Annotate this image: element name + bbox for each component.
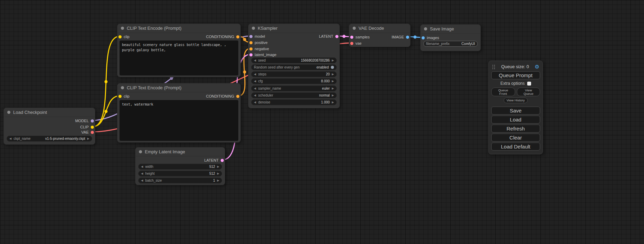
decrement-arrow-icon[interactable]: ◀ <box>141 172 143 175</box>
queue-front-button[interactable]: Queue Front <box>491 88 515 96</box>
refresh-button[interactable]: Refresh <box>491 125 540 133</box>
toggle-knob-icon[interactable] <box>331 66 334 69</box>
conditioning-output-dot[interactable] <box>236 95 239 98</box>
clip-input-dot[interactable] <box>118 95 122 98</box>
clip-output-dot[interactable] <box>91 126 94 129</box>
decrement-arrow-icon[interactable]: ◀ <box>9 137 11 140</box>
load-default-button[interactable]: Load Default <box>491 143 540 151</box>
collapse-dot-icon[interactable] <box>121 86 124 89</box>
decrement-arrow-icon[interactable]: ◀ <box>254 59 256 62</box>
conditioning-output-dot[interactable] <box>236 35 239 38</box>
positive-prompt-textarea[interactable]: beautiful scenery nature glass bottle la… <box>120 40 238 75</box>
sampler-name-widget[interactable]: ◀ sampler_name euler ▶ <box>251 85 337 91</box>
scheduler-widget[interactable]: ◀ scheduler normal ▶ <box>251 92 337 98</box>
vae-input-dot[interactable] <box>350 42 353 45</box>
input-slot-clip[interactable]: clip <box>118 93 130 99</box>
node-clip-text-encode-positive[interactable]: CLIP Text Encode (Prompt) clip CONDITION… <box>117 24 241 77</box>
node-graph-canvas[interactable]: Load Checkpoint MODEL CLIP VAE ◀ ckpt_na… <box>0 0 644 244</box>
decrement-arrow-icon[interactable]: ◀ <box>141 179 143 182</box>
latent-output-dot[interactable] <box>221 159 224 162</box>
latent-image-input-dot[interactable] <box>249 53 253 56</box>
node-save-image[interactable]: Save Image images filename_prefix ComfyU… <box>420 24 481 51</box>
increment-arrow-icon[interactable]: ▶ <box>332 87 334 90</box>
settings-gear-icon[interactable]: ⚙ <box>535 64 539 69</box>
input-slot-vae[interactable]: vae <box>350 40 362 46</box>
output-slot-latent[interactable]: LATENT <box>319 34 338 39</box>
node-header[interactable]: VAE Decode <box>349 24 410 33</box>
increment-arrow-icon[interactable]: ▶ <box>332 94 334 97</box>
save-button[interactable]: Save <box>491 107 540 115</box>
height-widget[interactable]: ◀ height 512 ▶ <box>138 171 222 177</box>
input-slot-negative[interactable]: negative <box>249 46 269 52</box>
negative-prompt-textarea[interactable]: text, watermark <box>120 100 238 141</box>
latent-output-dot[interactable] <box>335 35 338 38</box>
steps-widget[interactable]: ◀ steps 20 ▶ <box>251 71 337 77</box>
collapse-dot-icon[interactable] <box>424 27 427 30</box>
clear-button[interactable]: Clear <box>491 134 540 142</box>
drag-handle-icon[interactable] <box>492 64 495 69</box>
output-slot-image[interactable]: IMAGE <box>392 34 409 40</box>
filename-prefix-widget[interactable]: filename_prefix ComfyUI <box>423 41 478 47</box>
node-ksampler[interactable]: KSampler model LATENT positive negative … <box>248 24 340 108</box>
output-slot-vae[interactable]: VAE <box>81 129 94 135</box>
node-header[interactable]: KSampler <box>248 24 339 33</box>
collapse-dot-icon[interactable] <box>139 150 142 153</box>
model-output-dot[interactable] <box>91 119 94 123</box>
decrement-arrow-icon[interactable]: ◀ <box>254 94 256 97</box>
node-header[interactable]: Save Image <box>421 25 480 34</box>
increment-arrow-icon[interactable]: ▶ <box>87 137 89 140</box>
increment-arrow-icon[interactable]: ▶ <box>217 179 219 182</box>
view-history-button[interactable]: View History <box>504 98 528 103</box>
model-input-dot[interactable] <box>249 35 253 38</box>
load-button[interactable]: Load <box>491 116 540 124</box>
vae-output-dot[interactable] <box>91 131 94 134</box>
decrement-arrow-icon[interactable]: ◀ <box>254 80 256 83</box>
clip-input-dot[interactable] <box>118 35 122 38</box>
collapse-dot-icon[interactable] <box>252 27 255 30</box>
node-load-checkpoint[interactable]: Load Checkpoint MODEL CLIP VAE ◀ ckpt_na… <box>3 108 95 145</box>
samples-input-dot[interactable] <box>350 36 353 39</box>
collapse-dot-icon[interactable] <box>353 27 356 30</box>
node-vae-decode[interactable]: VAE Decode samples IMAGE vae <box>349 24 411 47</box>
cfg-widget[interactable]: ◀ cfg 8.000 ▶ <box>251 78 337 84</box>
positive-input-dot[interactable] <box>249 41 253 44</box>
input-slot-latent-image[interactable]: latent_image <box>249 52 276 57</box>
view-queue-button[interactable]: View Queue <box>517 88 540 96</box>
input-slot-samples[interactable]: samples <box>350 34 370 40</box>
increment-arrow-icon[interactable]: ▶ <box>217 165 219 168</box>
input-slot-positive[interactable]: positive <box>249 40 267 45</box>
extra-options-checkbox[interactable] <box>527 82 531 85</box>
width-widget[interactable]: ◀ width 512 ▶ <box>138 164 222 170</box>
output-slot-conditioning[interactable]: CONDITIONING <box>206 34 239 39</box>
random-seed-toggle-widget[interactable]: Random seed after every gen enabled <box>251 64 337 70</box>
increment-arrow-icon[interactable]: ▶ <box>332 73 334 76</box>
increment-arrow-icon[interactable]: ▶ <box>332 59 334 62</box>
node-clip-text-encode-negative[interactable]: CLIP Text Encode (Prompt) clip CONDITION… <box>117 83 241 143</box>
collapse-dot-icon[interactable] <box>7 111 10 114</box>
output-slot-latent[interactable]: LATENT <box>204 157 224 163</box>
decrement-arrow-icon[interactable]: ◀ <box>254 101 256 104</box>
decrement-arrow-icon[interactable]: ◀ <box>254 73 256 76</box>
negative-input-dot[interactable] <box>249 47 253 51</box>
increment-arrow-icon[interactable]: ▶ <box>332 101 334 104</box>
queue-prompt-button[interactable]: Queue Prompt <box>491 71 540 79</box>
node-header[interactable]: Load Checkpoint <box>4 108 95 117</box>
node-empty-latent-image[interactable]: Empty Latent Image LATENT ◀ width 512 ▶ … <box>135 147 225 185</box>
input-slot-model[interactable]: model <box>249 34 265 39</box>
image-output-dot[interactable] <box>406 36 409 39</box>
decrement-arrow-icon[interactable]: ◀ <box>141 165 143 168</box>
node-header[interactable]: CLIP Text Encode (Prompt) <box>117 24 240 33</box>
denoise-widget[interactable]: ◀ denoise 1.000 ▶ <box>251 99 337 105</box>
ckpt-name-widget[interactable]: ◀ ckpt_name v1-5-pruned-emaonly.ckpt ▶ <box>7 136 92 142</box>
seed-widget[interactable]: ◀ seed 156680208700286 ▶ <box>251 57 337 63</box>
batch-size-widget[interactable]: ◀ batch_size 1 ▶ <box>138 178 222 183</box>
node-header[interactable]: CLIP Text Encode (Prompt) <box>117 83 240 92</box>
collapse-dot-icon[interactable] <box>121 27 124 30</box>
input-slot-clip[interactable]: clip <box>118 34 130 39</box>
increment-arrow-icon[interactable]: ▶ <box>217 172 219 175</box>
output-slot-clip[interactable]: CLIP <box>80 124 94 130</box>
decrement-arrow-icon[interactable]: ◀ <box>254 87 256 90</box>
images-input-dot[interactable] <box>422 36 425 39</box>
node-header[interactable]: Empty Latent Image <box>135 147 225 156</box>
input-slot-images[interactable]: images <box>422 35 439 40</box>
